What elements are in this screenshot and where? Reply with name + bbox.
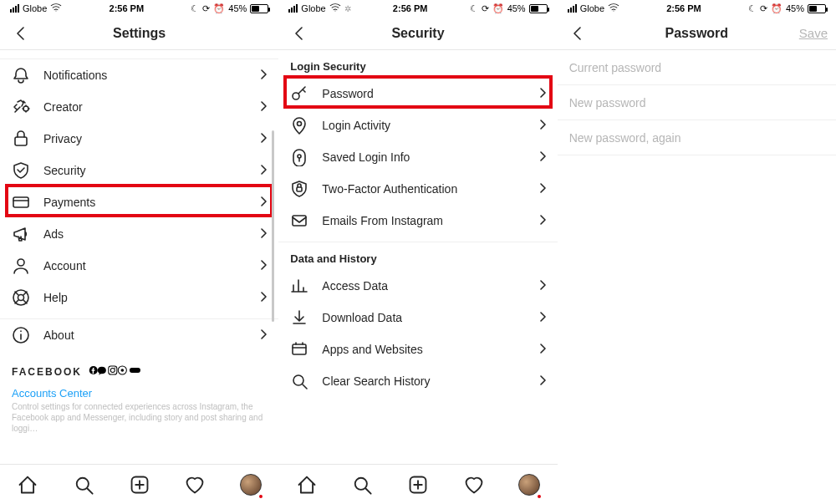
- chevron-right-icon: [540, 150, 546, 164]
- tab-bar: [278, 464, 557, 504]
- accounts-center-footnote: Control settings for connected experienc…: [0, 401, 278, 434]
- security-item-saved-login[interactable]: Saved Login Info: [278, 141, 557, 173]
- carrier-label: Globe: [301, 3, 325, 13]
- tab-profile[interactable]: [518, 474, 540, 496]
- back-button[interactable]: [287, 22, 310, 45]
- settings-item-ads[interactable]: Ads: [0, 218, 278, 250]
- status-bar: Globe ✲ 2:56 PM ☾ ⟳ ⏰ 45%: [278, 0, 557, 17]
- nav-header: Security: [278, 17, 557, 50]
- lock-icon: [12, 130, 30, 148]
- tab-activity[interactable]: [463, 474, 485, 496]
- settings-item-help[interactable]: Help: [0, 282, 278, 313]
- security-item-label: Emails From Instagram: [322, 214, 539, 227]
- security-item-emails[interactable]: Emails From Instagram: [278, 205, 557, 237]
- security-item-access-data[interactable]: Access Data: [278, 270, 557, 302]
- settings-item-account[interactable]: Account: [0, 250, 278, 282]
- new-password-field[interactable]: New password: [558, 85, 836, 120]
- scrollbar[interactable]: [272, 130, 274, 322]
- placeholder: New password, again: [569, 131, 681, 145]
- settings-item-label: Notifications: [43, 69, 261, 82]
- dnd-icon: ☾: [470, 3, 478, 14]
- svg-rect-21: [130, 368, 140, 373]
- avatar: [518, 474, 540, 496]
- bell-icon: [12, 66, 30, 84]
- page-title: Password: [558, 26, 836, 41]
- settings-item-privacy[interactable]: Privacy: [0, 123, 278, 155]
- accounts-center-link[interactable]: Accounts Center: [0, 380, 278, 401]
- settings-item-label: Ads: [43, 227, 261, 241]
- tab-activity[interactable]: [184, 474, 206, 496]
- save-button[interactable]: Save: [799, 26, 828, 40]
- wifi-icon: [608, 3, 619, 14]
- settings-item-label: Payments: [43, 196, 261, 209]
- tab-home[interactable]: [296, 474, 318, 496]
- settings-item-label: About: [43, 328, 261, 342]
- status-bar: Globe 2:56 PM ☾ ⟳ ⏰ 45%: [558, 0, 836, 17]
- signal-icon: [568, 4, 577, 13]
- settings-item-security[interactable]: Security: [0, 155, 278, 186]
- chevron-right-icon: [261, 227, 267, 241]
- tab-create[interactable]: [407, 474, 429, 496]
- creator-icon: [12, 98, 30, 116]
- orientation-lock-icon: ⟳: [482, 3, 489, 14]
- security-item-label: Two-Factor Authentication: [322, 182, 539, 196]
- new-password-again-field[interactable]: New password, again: [558, 120, 836, 155]
- clock: 2:56 PM: [351, 3, 470, 13]
- avatar: [240, 474, 262, 496]
- settings-screen: Globe 2:56 PM ☾ ⟳ ⏰ 45% Settings Notific…: [0, 0, 278, 504]
- security-item-2fa[interactable]: Two-Factor Authentication: [278, 173, 557, 205]
- tab-profile[interactable]: [240, 474, 262, 496]
- chevron-right-icon: [261, 328, 267, 342]
- chevron-right-icon: [540, 311, 546, 324]
- carrier-label: Globe: [580, 3, 604, 13]
- chevron-right-icon: [261, 69, 267, 82]
- megaphone-icon: [12, 225, 30, 243]
- shield-icon: [12, 161, 30, 180]
- settings-item-creator[interactable]: Creator: [0, 91, 278, 123]
- page-title: Settings: [0, 26, 278, 41]
- tab-bar: [0, 464, 278, 504]
- security-item-login-activity[interactable]: Login Activity: [278, 109, 557, 141]
- security-item-password[interactable]: Password: [278, 78, 557, 109]
- back-button[interactable]: [566, 22, 589, 45]
- security-item-clear-search[interactable]: Clear Search History: [278, 365, 557, 397]
- back-button[interactable]: [8, 22, 32, 45]
- signal-icon: [10, 4, 19, 13]
- section-login-security: Login Security: [278, 50, 557, 78]
- user-icon: [12, 257, 30, 275]
- chevron-right-icon: [261, 196, 267, 209]
- tab-search[interactable]: [73, 474, 94, 496]
- svg-point-18: [115, 367, 115, 368]
- password-screen: Globe 2:56 PM ☾ ⟳ ⏰ 45% Password Save Cu…: [558, 0, 836, 504]
- tab-search[interactable]: [351, 474, 373, 496]
- dnd-icon: ☾: [748, 3, 757, 14]
- clock: 2:56 PM: [62, 3, 191, 13]
- security-item-download-data[interactable]: Download Data: [278, 302, 557, 333]
- card-icon: [12, 193, 30, 211]
- security-item-label: Access Data: [322, 279, 539, 293]
- clock: 2:56 PM: [619, 3, 748, 13]
- password-form: Current password New password New passwo…: [558, 50, 836, 155]
- settings-item-label: Privacy: [43, 132, 261, 145]
- settings-item-about[interactable]: About: [0, 319, 278, 351]
- search-icon: [290, 372, 308, 390]
- settings-item-notifications[interactable]: Notifications: [0, 59, 278, 91]
- settings-item-payments[interactable]: Payments: [0, 186, 278, 218]
- tab-create[interactable]: [129, 474, 150, 496]
- battery-icon: [529, 4, 548, 13]
- security-list: Login Security Password Login Activity S…: [278, 50, 557, 464]
- chevron-right-icon: [540, 343, 546, 356]
- orientation-lock-icon: ⟳: [202, 3, 210, 14]
- settings-list: Notifications Creator Privacy Security P…: [0, 50, 278, 464]
- security-item-apps-websites[interactable]: Apps and Websites: [278, 333, 557, 365]
- alarm-icon: ⏰: [771, 3, 782, 14]
- current-password-field[interactable]: Current password: [558, 50, 836, 85]
- carrier-label: Globe: [23, 3, 47, 13]
- placeholder: New password: [569, 96, 646, 109]
- apps-icon: [290, 340, 308, 359]
- signal-icon: [288, 4, 298, 13]
- facebook-product-logos: [89, 364, 149, 379]
- tab-home[interactable]: [17, 474, 38, 496]
- settings-item-label: Help: [43, 291, 261, 304]
- svg-point-20: [121, 369, 125, 372]
